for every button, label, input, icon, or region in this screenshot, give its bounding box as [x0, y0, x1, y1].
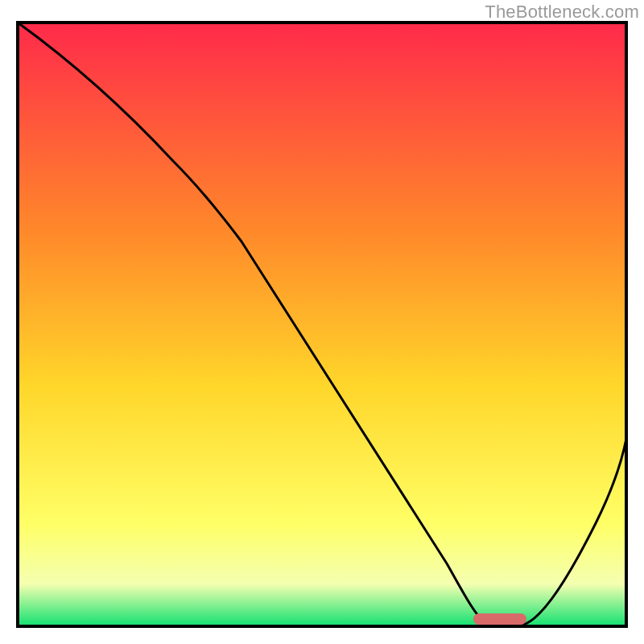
optimal-marker — [473, 613, 526, 625]
chart-container: { "watermark": "TheBottleneck.com", "col… — [0, 0, 644, 644]
plot-area — [18, 23, 626, 626]
gradient-background — [18, 23, 626, 626]
watermark-text: TheBottleneck.com — [485, 2, 639, 23]
chart-svg — [0, 0, 644, 644]
